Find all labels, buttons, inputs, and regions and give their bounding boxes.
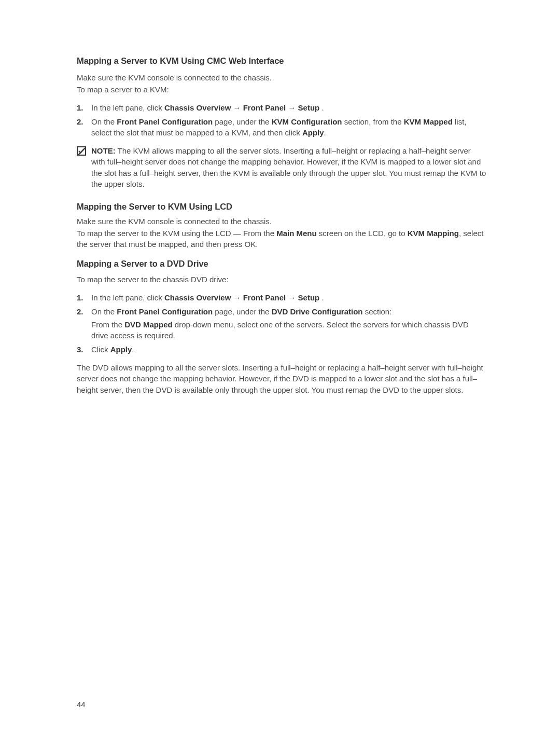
dvd-closing: The DVD allows mapping to all the server… — [77, 362, 486, 395]
bold-text: DVD Mapped — [124, 320, 173, 329]
text: From the — [91, 320, 124, 329]
list-item: 2. On the Front Panel Configuration page… — [77, 306, 486, 341]
bold-text: KVM Mapped — [404, 117, 453, 126]
step-body: On the Front Panel Configuration page, u… — [91, 116, 486, 138]
kvm-web-intro2: To map a server to a KVM: — [77, 84, 486, 95]
text: → — [286, 293, 298, 302]
kvm-web-intro1: Make sure the KVM console is connected t… — [77, 72, 486, 83]
text: Click — [91, 345, 110, 354]
list-item: 1. In the left pane, click Chassis Overv… — [77, 102, 486, 113]
dvd-intro: To map the server to the chassis DVD dri… — [77, 274, 486, 285]
text: → — [286, 103, 298, 112]
text: To map the server to the KVM using the L… — [77, 229, 276, 238]
step-number: 2. — [77, 306, 91, 341]
bold-text: KVM Configuration — [272, 117, 342, 126]
bold-text: Front Panel — [243, 293, 286, 302]
bold-text: KVM Mapping — [408, 229, 459, 238]
dvd-steps: 1. In the left pane, click Chassis Overv… — [77, 292, 486, 355]
text: page, under the — [213, 117, 271, 126]
bold-text: Apply — [302, 128, 324, 137]
step-body: On the Front Panel Configuration page, u… — [91, 306, 486, 341]
step-body: Click Apply. — [91, 344, 486, 355]
step-sub: From the DVD Mapped drop-down menu, sele… — [91, 319, 486, 341]
list-item: 1. In the left pane, click Chassis Overv… — [77, 292, 486, 303]
bold-text: Apply — [110, 345, 132, 354]
kvm-lcd-intro1: Make sure the KVM console is connected t… — [77, 216, 486, 227]
text: . — [319, 103, 324, 112]
text: In the left pane, click — [91, 103, 164, 112]
bold-text: Main Menu — [276, 229, 317, 238]
bold-text: Chassis Overview — [164, 103, 231, 112]
text: screen on the LCD, go to — [317, 229, 408, 238]
text: . — [132, 345, 134, 354]
text: . — [319, 293, 324, 302]
note-icon — [77, 146, 86, 156]
note-label: NOTE: — [91, 146, 116, 155]
text: → — [231, 293, 243, 302]
bold-text: Setup — [298, 293, 320, 302]
note-body: The KVM allows mapping to all the server… — [91, 146, 486, 188]
note-block: NOTE: The KVM allows mapping to all the … — [77, 145, 486, 189]
bold-text: Front Panel Configuration — [117, 307, 213, 316]
step-number: 3. — [77, 344, 91, 355]
step-number: 1. — [77, 102, 91, 113]
bold-text: DVD Drive Configuration — [272, 307, 363, 316]
step-body: In the left pane, click Chassis Overview… — [91, 102, 486, 113]
step-number: 1. — [77, 292, 91, 303]
heading-dvd: Mapping a Server to a DVD Drive — [77, 259, 486, 269]
kvm-web-steps: 1. In the left pane, click Chassis Overv… — [77, 102, 486, 138]
text: → — [231, 103, 243, 112]
text: On the — [91, 307, 117, 316]
page-number: 44 — [77, 700, 86, 709]
bold-text: Front Panel Configuration — [117, 117, 213, 126]
text: In the left pane, click — [91, 293, 164, 302]
bold-text: Setup — [298, 103, 320, 112]
note-text: NOTE: The KVM allows mapping to all the … — [91, 145, 486, 189]
kvm-lcd-intro2: To map the server to the KVM using the L… — [77, 228, 486, 250]
text: section: — [362, 307, 391, 316]
list-item: 3. Click Apply. — [77, 344, 486, 355]
heading-kvm-lcd: Mapping the Server to KVM Using LCD — [77, 202, 486, 212]
bold-text: Front Panel — [243, 103, 286, 112]
step-number: 2. — [77, 116, 91, 138]
text: section, from the — [342, 117, 403, 126]
heading-kvm-web: Mapping a Server to KVM Using CMC Web In… — [77, 56, 486, 66]
text: page, under the — [213, 307, 271, 316]
list-item: 2. On the Front Panel Configuration page… — [77, 116, 486, 138]
step-body: In the left pane, click Chassis Overview… — [91, 292, 486, 303]
bold-text: Chassis Overview — [164, 293, 231, 302]
text: . — [324, 128, 326, 137]
text: On the — [91, 117, 117, 126]
